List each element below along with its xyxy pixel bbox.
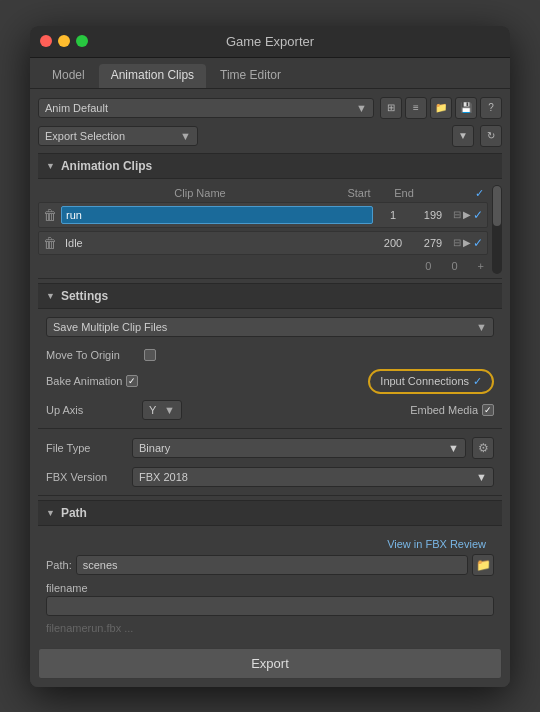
input-connections-check[interactable]: ✓	[473, 375, 482, 388]
toolbar-icons: ⊞ ≡ 📁 💾 ?	[380, 97, 502, 119]
delete-idle-btn[interactable]: 🗑	[43, 235, 57, 251]
path-input[interactable]	[76, 555, 468, 575]
clip-run-check[interactable]: ✓	[473, 208, 483, 222]
input-connections-highlight: Input Connections ✓	[368, 369, 494, 394]
clip-row-run: 🗑 1 199 ⊟ ▶ ✓	[38, 202, 488, 228]
bake-animation-checkbox[interactable]: ✓	[126, 375, 138, 387]
col-end: End	[384, 187, 424, 199]
file-type-label: File Type	[46, 442, 126, 454]
embed-media-row: Embed Media ✓	[410, 404, 494, 416]
settings-title: Settings	[61, 289, 108, 303]
clip-start-run: 1	[373, 209, 413, 221]
clips-content: Clip Name Start End ✓ 🗑 1 199 ⊟ ▶	[38, 185, 488, 274]
bake-animation-left: Bake Animation ✓	[46, 375, 138, 387]
up-axis-select[interactable]: Y ▼	[142, 400, 182, 420]
anim-section-toggle[interactable]: ▼	[46, 161, 55, 171]
clip-name-run-input[interactable]	[61, 206, 373, 224]
clip-run-icons: ⊟ ▶ ✓	[453, 208, 483, 222]
anim-preset-select[interactable]: Anim Default ▼	[38, 98, 374, 118]
axis-embed-row: Up Axis Y ▼ Embed Media ✓	[38, 398, 502, 424]
move-to-origin-label: Move To Origin	[46, 349, 136, 361]
save-clips-row: Save Multiple Clip Files ▼	[38, 315, 502, 339]
add-clip-btn[interactable]: +	[478, 260, 484, 272]
clip-start-idle: 200	[373, 237, 413, 249]
animation-clips-header: ▼ Animation Clips	[38, 153, 502, 179]
move-to-origin-row: Move To Origin	[38, 345, 502, 365]
save-clips-select[interactable]: Save Multiple Clip Files ▼	[46, 317, 494, 337]
file-type-select[interactable]: Binary ▼	[132, 438, 466, 458]
path-label: Path:	[46, 559, 72, 571]
col-start: Start	[334, 187, 384, 199]
settings-header: ▼ Settings	[38, 283, 502, 309]
fbx-version-label: FBX Version	[46, 471, 126, 483]
maximize-button[interactable]	[76, 35, 88, 47]
export-options-btn[interactable]: ▼	[452, 125, 474, 147]
header-check: ✓	[475, 187, 484, 200]
divider-3	[38, 495, 502, 496]
clip-end-idle: 279	[413, 237, 453, 249]
clip-name-idle: Idle	[61, 235, 373, 251]
list-btn[interactable]: ≡	[405, 97, 427, 119]
minimize-button[interactable]	[58, 35, 70, 47]
embed-media-checkbox[interactable]: ✓	[482, 404, 494, 416]
anim-preset-row: Anim Default ▼ ⊞ ≡ 📁 💾 ?	[38, 97, 502, 119]
clips-scrollbar-thumb	[493, 186, 501, 226]
view-fbx-link[interactable]: View in FBX Review	[387, 538, 486, 550]
main-content: Anim Default ▼ ⊞ ≡ 📁 💾 ? Export Selectio…	[30, 89, 510, 687]
clip-table-header: Clip Name Start End ✓	[38, 185, 488, 202]
path-title: Path	[61, 506, 87, 520]
tab-model[interactable]: Model	[40, 64, 97, 88]
clip-run-play-icon[interactable]: ▶	[463, 209, 471, 220]
game-exporter-window: Game Exporter Model Animation Clips Time…	[30, 26, 510, 687]
file-type-gear[interactable]: ⚙	[472, 437, 494, 459]
folder-browse-btn[interactable]: 📁	[472, 554, 494, 576]
fbx-version-row: FBX Version FBX 2018 ▼	[38, 463, 502, 491]
fbx-version-select[interactable]: FBX 2018 ▼	[132, 467, 494, 487]
tab-time-editor[interactable]: Time Editor	[208, 64, 293, 88]
divider-2	[38, 428, 502, 429]
clip-row-idle: 🗑 Idle 200 279 ⊟ ▶ ✓	[38, 231, 488, 255]
path-content: View in FBX Review Path: 📁 filename file…	[38, 532, 502, 640]
tab-animation-clips[interactable]: Animation Clips	[99, 64, 206, 88]
tabs-row: Model Animation Clips Time Editor	[30, 58, 510, 89]
title-bar: Game Exporter	[30, 26, 510, 58]
clips-scrollbar[interactable]	[492, 185, 502, 274]
filename-input[interactable]	[46, 596, 494, 616]
save-btn[interactable]: 💾	[455, 97, 477, 119]
new-preset-btn[interactable]: ⊞	[380, 97, 402, 119]
file-type-arrow: ▼	[448, 442, 459, 454]
refresh-btn[interactable]: ↻	[480, 125, 502, 147]
file-type-row: File Type Binary ▼ ⚙	[38, 433, 502, 463]
clip-run-frames-icon: ⊟	[453, 209, 461, 220]
up-axis-label: Up Axis	[46, 404, 136, 416]
anim-preset-arrow: ▼	[356, 102, 367, 114]
filename-preview: filenamerun.fbx ...	[46, 620, 494, 636]
empty-end: 0	[451, 260, 457, 272]
bake-animation-label: Bake Animation	[46, 375, 122, 387]
divider-1	[38, 278, 502, 279]
window-controls	[40, 35, 88, 47]
close-button[interactable]	[40, 35, 52, 47]
fbx-version-arrow: ▼	[476, 471, 487, 483]
anim-section-title: Animation Clips	[61, 159, 152, 173]
up-axis-arrow: ▼	[164, 404, 175, 416]
clip-idle-icons: ⊟ ▶ ✓	[453, 236, 483, 250]
export-button[interactable]: Export	[38, 648, 502, 679]
path-toggle[interactable]: ▼	[46, 508, 55, 518]
filename-label: filename	[46, 578, 494, 596]
delete-run-btn[interactable]: 🗑	[43, 207, 57, 223]
save-clips-arrow: ▼	[476, 321, 487, 333]
export-selection-select[interactable]: Export Selection ▼	[38, 126, 198, 146]
settings-toggle[interactable]: ▼	[46, 291, 55, 301]
filename-section: filename filenamerun.fbx ...	[46, 578, 494, 636]
open-btn[interactable]: 📁	[430, 97, 452, 119]
col-clip-name: Clip Name	[66, 187, 334, 199]
bake-input-row: Bake Animation ✓ Input Connections ✓	[38, 365, 502, 398]
clip-idle-check[interactable]: ✓	[473, 236, 483, 250]
move-to-origin-checkbox[interactable]	[144, 349, 156, 361]
clip-idle-frames-icon: ⊟	[453, 237, 461, 248]
help-btn[interactable]: ?	[480, 97, 502, 119]
export-selection-row: Export Selection ▼ ▼ ↻	[38, 125, 502, 147]
clip-idle-play-icon[interactable]: ▶	[463, 237, 471, 248]
add-clip-row: 0 0 +	[38, 258, 488, 274]
